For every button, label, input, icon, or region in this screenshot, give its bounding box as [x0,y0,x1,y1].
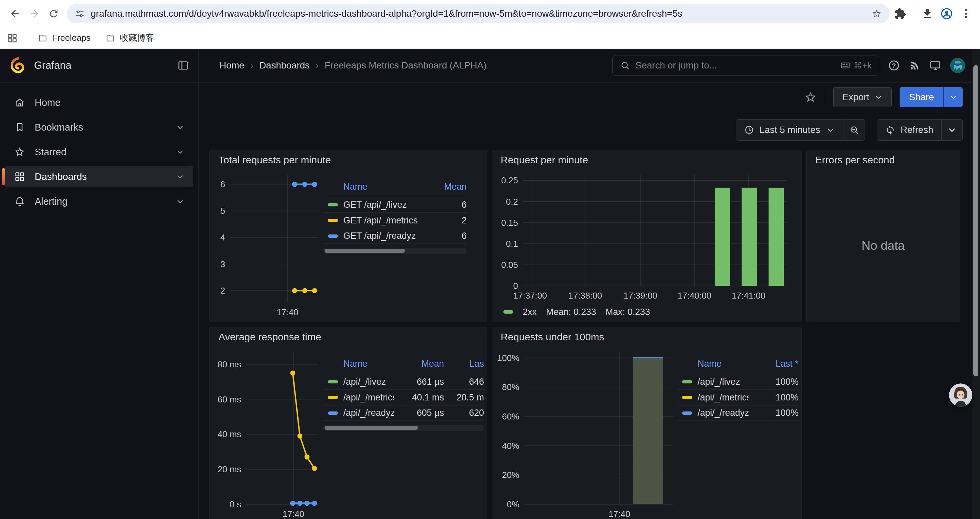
share-dropdown-button[interactable] [943,87,963,107]
series-value: 100% [749,393,799,403]
menu-icon[interactable] [960,8,972,20]
zoom-out-button[interactable] [844,120,865,140]
export-button[interactable]: Export [833,87,892,107]
sidebar-item-home[interactable]: Home [5,92,193,113]
legend-row-api-metrics[interactable]: /api/_/metrics100% [678,390,799,405]
news-button[interactable] [908,59,921,72]
folder-icon [105,33,115,43]
series-value: 661 µs [394,377,444,387]
time-range-picker[interactable]: Last 5 minutes [736,120,843,140]
legend-column-name[interactable]: Name [678,359,749,369]
series-color-pill [682,396,692,399]
legend[interactable]: 2xxMean: 0.233Max: 0.233 [492,302,801,322]
series-value: 2 [423,216,467,226]
extensions-icon[interactable] [894,8,906,20]
chart-plot[interactable]: 00.050.10.150.20.2517:37:0017:38:0017:39… [492,170,801,302]
download-icon[interactable] [921,8,933,20]
breadcrumb-dashboards[interactable]: Dashboards [259,60,310,71]
series-color-pill [682,380,692,383]
profile-icon[interactable] [941,8,953,20]
share-button[interactable]: Share [900,87,943,107]
panel-requests-under-100ms: Requests under 100ms0%20%40%60%80%100%17… [492,327,802,519]
legend-h-scrollbar[interactable] [323,425,484,431]
tune-icon[interactable] [75,9,85,19]
panel-title[interactable]: Requests under 100ms [492,327,801,347]
refresh-button[interactable]: Refresh [877,120,941,140]
legend-row-api-readyz[interactable]: /api/_/readyz100% [678,405,799,421]
legend-row-get-api-metrics[interactable]: GET /api/_/metrics2 [323,212,467,228]
sidebar-item-alerting[interactable]: Alerting [5,191,193,212]
search-input[interactable] [635,60,835,71]
sidebar-item-bookmarks[interactable]: Bookmarks [5,117,193,138]
legend-column-mean[interactable]: Mean [423,182,467,192]
grafana-logo[interactable] [10,57,27,74]
legend-header: NameMean [323,181,467,197]
series-color-pill [328,219,338,222]
refresh-interval-dropdown[interactable] [942,120,963,140]
bookmark-folder-freeleaps[interactable]: Freeleaps [32,30,97,46]
series-name: /api/_/metrics [697,393,749,403]
sidebar-item-starred[interactable]: Starred [5,141,193,163]
forward-button[interactable] [25,4,44,23]
legend-column-mean[interactable]: Mean [394,359,444,369]
floating-assistant-avatar[interactable] [949,383,972,407]
svg-text:0: 0 [513,281,518,291]
svg-text:4: 4 [221,232,225,243]
panel-title[interactable]: Average response time [210,327,487,347]
breadcrumb-home[interactable]: Home [220,60,245,71]
panel-title[interactable]: Request per minute [492,150,801,170]
display-button[interactable] [929,59,941,72]
legend-column-las[interactable]: Las [444,359,484,369]
sidebar-item-dashboards[interactable]: Dashboards [5,166,193,187]
breadcrumb-separator: › [250,61,253,71]
chart-plot[interactable]: 0%20%40%60%80%100%17:40 [492,347,678,519]
apps-grid-icon[interactable] [7,32,18,44]
url-text[interactable]: grafana.mathmast.com/d/deytv4rwavabkb/fr… [91,8,865,19]
svg-text:0.05: 0.05 [501,260,518,270]
brand-text[interactable]: Grafana [34,59,170,72]
favorite-dashboard-button[interactable] [804,91,817,104]
back-button[interactable] [5,4,25,23]
legend-row-get-api-livez[interactable]: GET /api/_/livez6 [323,197,467,212]
star-icon [14,146,25,158]
legend-h-scrollbar-thumb[interactable] [325,426,418,430]
url-bar[interactable]: grafana.mathmast.com/d/deytv4rwavabkb/fr… [67,4,889,23]
legend-row-get-api-readyz[interactable]: GET /api/_/readyz6 [323,228,467,244]
svg-text:100%: 100% [497,353,520,363]
help-button[interactable]: ? [888,59,900,72]
page-scrollbar-thumb[interactable] [973,65,978,376]
legend-h-scrollbar[interactable] [323,248,467,254]
panel-toggle-icon[interactable] [177,59,189,72]
series-value: 6 [423,200,467,210]
legend-column-last[interactable]: Last * [749,359,799,369]
chevron-down-icon [826,125,835,135]
search-box[interactable]: ⌘+k [612,55,879,76]
chevron-down-icon[interactable] [176,123,185,132]
bookmark-folder-blogs[interactable]: 收藏博客 [99,30,161,46]
legend-row-api-readyz[interactable]: /api/_/readyz605 µs620 [323,405,484,421]
series-color-pill [503,310,513,314]
legend-column-name[interactable]: Name [323,182,423,192]
legend-column-name[interactable]: Name [323,359,394,369]
legend-row-api-livez[interactable]: /api/_/livez100% [678,374,799,390]
series-value: 40.1 ms [394,393,444,403]
reload-button[interactable] [44,4,64,23]
page-scrollbar[interactable] [972,49,980,519]
chart-plot[interactable]: 2345617:40 [210,170,323,319]
chart-plot[interactable]: 0 s20 ms40 ms60 ms80 ms17:40 [210,347,323,519]
bookmarks-bar: Freeleaps 收藏博客 [0,27,980,49]
panel-title[interactable]: Errors per second [807,150,960,170]
browser-toolbar: grafana.mathmast.com/d/deytv4rwavabkb/fr… [0,0,980,27]
legend-row-api-livez[interactable]: /api/_/livez661 µs646 [323,374,484,390]
series-name: /api/_/readyz [697,408,749,418]
chevron-down-icon[interactable] [176,197,185,206]
bookmark-star-icon[interactable] [872,9,881,19]
legend-row-api-metrics[interactable]: /api/_/metrics40.1 ms20.5 m [323,390,484,405]
chevron-down-icon[interactable] [176,148,185,156]
chevron-down-icon[interactable] [176,172,185,181]
series-name: /api/_/metrics [343,393,394,403]
panel-title[interactable]: Total requests per minute [210,150,487,170]
breadcrumb-current[interactable]: Freeleaps Metrics Dashboard (ALPHA) [325,60,487,71]
user-avatar[interactable] [950,58,965,73]
legend-h-scrollbar-thumb[interactable] [325,249,405,253]
